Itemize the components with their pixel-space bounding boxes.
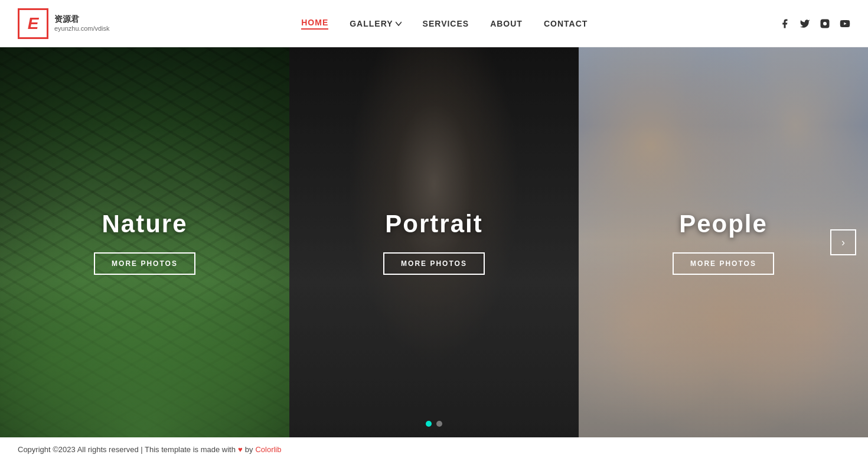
people-more-photos-button[interactable]: MORE PHOTOS: [673, 252, 774, 275]
copyright-text: Copyright ©2023 All rights reserved | Th…: [18, 445, 236, 454]
footer: Copyright ©2023 All rights reserved | Th…: [0, 437, 868, 461]
portrait-more-photos-button[interactable]: MORE PHOTOS: [383, 252, 485, 275]
by-text: by: [245, 445, 253, 454]
portrait-title: Portrait: [383, 210, 485, 238]
main-panels: Nature MORE PHOTOS Portrait MORE PHOTOS …: [0, 47, 868, 437]
panel-portrait: Portrait MORE PHOTOS: [289, 47, 579, 437]
logo-url: eyunzhu.com/vdisk: [54, 24, 110, 33]
twitter-icon[interactable]: [800, 18, 810, 29]
main-nav: HOME GALLERY SERVICES ABOUT CONTACT: [301, 18, 588, 30]
chevron-down-icon: [396, 21, 402, 27]
next-arrow-button[interactable]: ›: [830, 229, 856, 255]
logo-letter: E: [28, 14, 39, 33]
nav-about[interactable]: ABOUT: [490, 19, 523, 28]
nature-more-photos-button[interactable]: MORE PHOTOS: [94, 252, 195, 275]
dot-1[interactable]: [426, 421, 432, 427]
nature-content: Nature MORE PHOTOS: [94, 210, 195, 275]
instagram-icon[interactable]: [820, 18, 830, 29]
colorlib-link[interactable]: Colorlib: [255, 445, 281, 454]
youtube-icon[interactable]: [840, 18, 850, 29]
panel-nature: Nature MORE PHOTOS: [0, 47, 289, 437]
people-title: People: [673, 210, 774, 238]
nav-home[interactable]: HOME: [301, 18, 328, 30]
logo-text: 资源君 eyunzhu.com/vdisk: [54, 14, 110, 33]
logo-chinese: 资源君: [54, 14, 110, 24]
heart-icon: ♥: [238, 445, 243, 454]
panel-people: People MORE PHOTOS ›: [579, 47, 868, 437]
social-icons: [779, 18, 850, 29]
nav-contact[interactable]: CONTACT: [544, 19, 588, 28]
nature-title: Nature: [94, 210, 195, 238]
dot-2[interactable]: [436, 421, 442, 427]
logo-box: E: [18, 8, 48, 39]
logo[interactable]: E 资源君 eyunzhu.com/vdisk: [18, 8, 110, 39]
people-content: People MORE PHOTOS: [673, 210, 774, 275]
nav-services[interactable]: SERVICES: [423, 19, 469, 28]
header: E 资源君 eyunzhu.com/vdisk HOME GALLERY SER…: [0, 0, 868, 47]
facebook-icon[interactable]: [779, 18, 790, 29]
slider-dots: [426, 421, 442, 427]
portrait-content: Portrait MORE PHOTOS: [383, 210, 485, 275]
nav-gallery[interactable]: GALLERY: [350, 19, 401, 28]
